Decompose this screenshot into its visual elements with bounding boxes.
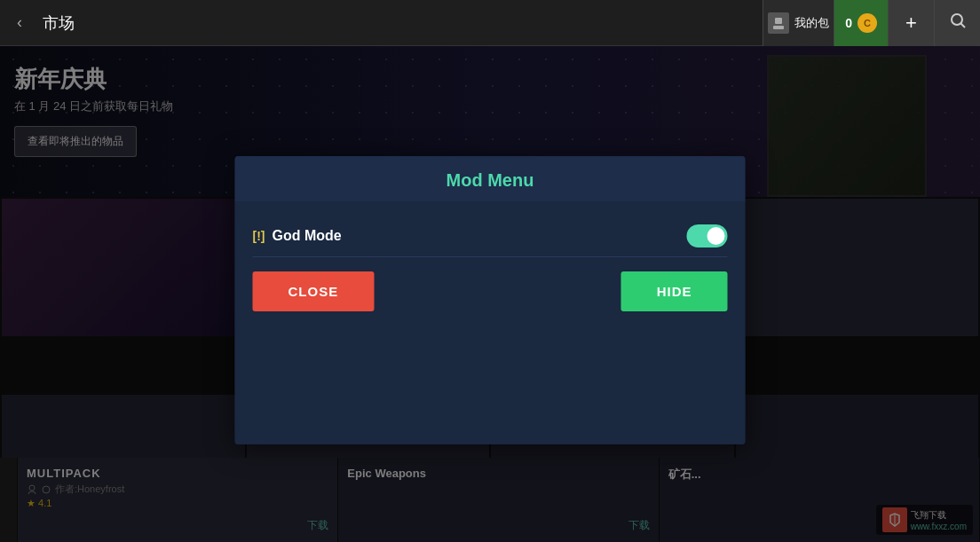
hide-button[interactable]: HIDE	[621, 271, 728, 311]
god-mode-text: God Mode	[273, 228, 342, 244]
coin-icon: C	[858, 13, 877, 33]
god-mode-row: [!] God Mode	[253, 216, 728, 257]
top-nav: ‹ 市场 我的包 0 C +	[0, 0, 980, 46]
svg-rect-0	[775, 18, 782, 24]
main-content: 新年庆典 在 1 月 24 日之前获取每日礼物 查看即将推出的物品 Advent…	[0, 46, 980, 542]
back-icon: ‹	[17, 13, 22, 32]
search-icon	[949, 12, 967, 34]
svg-point-2	[952, 14, 962, 25]
god-mode-toggle[interactable]	[687, 224, 728, 247]
nav-right: 我的包 0 C +	[763, 0, 980, 46]
modal-title-bar: Mod Menu	[235, 156, 746, 201]
svg-rect-1	[773, 26, 784, 29]
modal-spacer	[253, 315, 728, 430]
coin-count: 0	[845, 16, 852, 30]
modal-buttons: CLOSE HIDE	[253, 257, 728, 315]
search-button[interactable]	[934, 0, 980, 46]
back-button[interactable]: ‹	[0, 0, 39, 46]
god-mode-bracket: [!]	[253, 229, 265, 243]
modal-body: [!] God Mode CLOSE HIDE	[235, 201, 746, 444]
close-button[interactable]: CLOSE	[253, 271, 375, 311]
svg-line-3	[960, 24, 965, 28]
god-mode-label: [!] God Mode	[253, 228, 342, 244]
profile-label: 我的包	[794, 15, 829, 31]
modal-title: Mod Menu	[253, 170, 728, 191]
page-title: 市场	[43, 12, 763, 34]
profile-button[interactable]: 我的包	[763, 0, 834, 46]
add-button[interactable]: +	[888, 0, 934, 46]
coins-display[interactable]: 0 C	[834, 0, 888, 46]
toggle-knob	[707, 227, 725, 245]
add-icon: +	[905, 12, 917, 35]
mod-menu-modal: Mod Menu [!] God Mode CLOSE HIDE	[235, 156, 746, 444]
profile-icon	[768, 12, 789, 34]
